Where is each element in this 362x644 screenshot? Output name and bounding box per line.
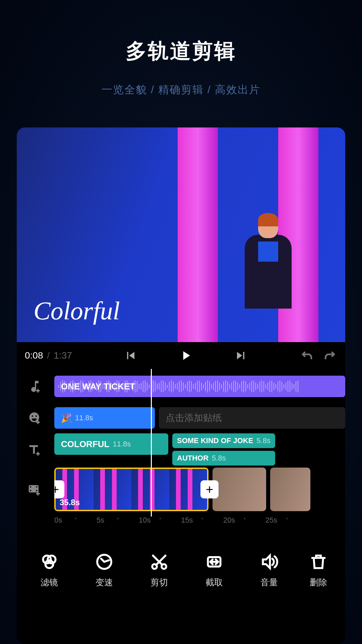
- ruler-tick: 10s: [139, 516, 181, 525]
- svg-rect-7: [36, 490, 38, 491]
- text-main-duration: 11.8s: [113, 440, 131, 448]
- music-clip[interactable]: ONE WAY TICKET: [54, 376, 345, 397]
- svg-point-2: [35, 415, 37, 417]
- speed-tool[interactable]: 变速: [78, 552, 130, 588]
- add-music-icon[interactable]: [25, 379, 45, 394]
- video-preview[interactable]: Colorful: [17, 127, 345, 342]
- time-current: 0:08: [25, 350, 43, 361]
- svg-rect-5: [30, 490, 31, 491]
- svg-rect-6: [36, 486, 38, 488]
- video-clip-1[interactable]: 35.8s: [54, 468, 208, 511]
- ruler-tick: 15s: [181, 516, 223, 525]
- music-clip-label: ONE WAY TICKET: [61, 381, 135, 392]
- cut-tool[interactable]: 剪切: [133, 552, 185, 588]
- video-clip-2[interactable]: [213, 468, 266, 511]
- text-clip-sub2[interactable]: AUTHOR 5.8s: [172, 451, 275, 466]
- time-separator: /: [47, 350, 50, 361]
- sticker-placeholder[interactable]: 点击添加贴纸: [159, 407, 345, 429]
- undo-button[interactable]: [300, 348, 314, 363]
- time-ruler: 0s5s10s15s20s25s: [17, 516, 345, 536]
- svg-rect-3: [29, 485, 39, 492]
- page-title: 多轨道剪辑: [0, 37, 362, 65]
- playhead[interactable]: [151, 369, 152, 517]
- ruler-tick: 5s: [97, 516, 139, 525]
- add-clip-left-button[interactable]: +: [54, 480, 64, 498]
- bottom-toolbar: 滤镜 变速 剪切 截取 音量 删除: [17, 540, 345, 600]
- video-clip-duration: 35.8s: [60, 498, 80, 507]
- editor-card: Colorful 0:08 / 1:37: [17, 127, 345, 644]
- transport-bar: 0:08 / 1:37: [17, 342, 345, 369]
- text-clip-sub1[interactable]: SOME KIND OF JOKE 5.8s: [172, 433, 275, 448]
- timeline-tracks: ONE WAY TICKET 🎉 11.8s 点击添加贴纸: [17, 369, 345, 540]
- play-button[interactable]: [178, 348, 193, 363]
- preview-overlay-text: Colorful: [34, 296, 120, 325]
- ruler-tick: 0s: [54, 516, 97, 525]
- delete-tool[interactable]: 删除: [298, 552, 339, 588]
- video-track: + 35.8s +: [17, 468, 345, 511]
- crop-tool[interactable]: 截取: [188, 552, 240, 588]
- filter-tool[interactable]: 滤镜: [23, 552, 75, 588]
- svg-point-1: [32, 415, 33, 417]
- page-subtitle: 一览全貌 / 精确剪辑 / 高效出片: [0, 83, 362, 97]
- time-total: 1:37: [54, 350, 72, 361]
- add-clip-right-button[interactable]: +: [200, 480, 219, 498]
- sticker-emoji: 🎉: [61, 413, 72, 423]
- ruler-tick: 20s: [223, 516, 265, 525]
- sticker-clip[interactable]: 🎉 11.8s: [54, 407, 155, 429]
- add-sticker-icon[interactable]: [25, 411, 45, 425]
- prev-button[interactable]: [123, 348, 138, 363]
- sticker-track: 🎉 11.8s 点击添加贴纸: [17, 405, 345, 431]
- ruler-tick: 25s: [265, 516, 308, 525]
- redo-button[interactable]: [322, 348, 337, 363]
- video-clip-3[interactable]: [270, 468, 310, 511]
- text-track: COLORFUL 11.8s SOME KIND OF JOKE 5.8s AU…: [17, 436, 345, 463]
- music-track: ONE WAY TICKET: [17, 373, 345, 400]
- sticker-duration: 11.8s: [75, 414, 93, 422]
- add-video-icon[interactable]: [25, 482, 45, 497]
- volume-tool[interactable]: 音量: [243, 552, 295, 588]
- add-text-icon[interactable]: [25, 442, 45, 457]
- svg-rect-4: [30, 486, 31, 488]
- next-button[interactable]: [233, 348, 248, 363]
